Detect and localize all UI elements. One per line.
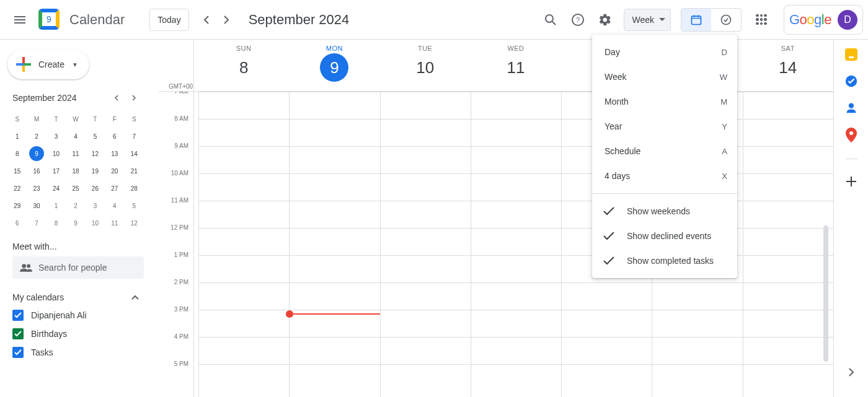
calendar-mode-button[interactable] (681, 9, 711, 31)
view-option[interactable]: MonthM (592, 89, 737, 114)
mini-day[interactable]: 9 (66, 214, 85, 232)
keep-button[interactable] (845, 48, 857, 61)
mini-day[interactable]: 23 (27, 180, 46, 197)
maps-button[interactable] (846, 128, 857, 142)
day-header[interactable]: TUE10 (380, 40, 471, 91)
day-header[interactable]: SUN8 (198, 40, 289, 91)
chevron-left-icon (203, 15, 210, 24)
mini-day[interactable]: 2 (27, 128, 46, 145)
mini-day[interactable]: 24 (46, 180, 66, 197)
mini-day[interactable]: 6 (7, 214, 27, 232)
mini-day[interactable]: 15 (7, 162, 27, 180)
calendar-item[interactable]: Tasks (12, 343, 139, 362)
mini-day[interactable]: 14 (125, 145, 144, 162)
scrollbar[interactable] (823, 225, 828, 362)
tasks-mode-button[interactable] (711, 9, 741, 31)
date-range-title[interactable]: September 2024 (249, 12, 350, 28)
day-of-week-label: WED (471, 45, 561, 52)
mini-day[interactable]: 8 (7, 145, 27, 162)
mini-prev-button[interactable] (109, 90, 124, 105)
mini-day[interactable]: 17 (46, 162, 66, 180)
hide-panel-button[interactable] (839, 360, 864, 385)
day-header[interactable]: SAT14 (743, 40, 833, 91)
calendar-item[interactable]: Dipanjenah Ali (12, 306, 139, 325)
mini-day[interactable]: 18 (66, 162, 85, 180)
main-menu-button[interactable] (5, 5, 35, 35)
contacts-button[interactable] (845, 102, 857, 114)
view-option[interactable]: YearY (592, 114, 737, 139)
day-column[interactable] (198, 92, 289, 397)
mini-calendar-grid: SMTWTFS123456789101112131415161718192021… (5, 110, 146, 232)
get-addons-button[interactable] (845, 175, 857, 188)
toggle-option[interactable]: Show weekends (592, 199, 737, 224)
create-button[interactable]: Create ▼ (7, 50, 89, 79)
support-button[interactable]: ? (565, 7, 590, 32)
mini-day[interactable]: 4 (66, 128, 85, 145)
mini-day[interactable]: 19 (86, 162, 105, 180)
day-column[interactable] (743, 92, 833, 397)
mini-day[interactable]: 29 (7, 197, 27, 214)
next-period-button[interactable] (216, 10, 236, 30)
mini-day[interactable]: 7 (125, 128, 144, 145)
caret-down-icon (659, 18, 665, 22)
mini-day[interactable]: 22 (7, 180, 27, 197)
mini-day[interactable]: 20 (105, 162, 124, 180)
mini-day[interactable]: 11 (105, 214, 124, 232)
mini-day[interactable]: 1 (7, 128, 27, 145)
mini-day[interactable]: 3 (46, 128, 66, 145)
mini-day[interactable]: 12 (125, 214, 144, 232)
tasks-icon (844, 74, 858, 88)
day-number: 9 (320, 53, 348, 82)
view-selector-button[interactable]: Week (624, 9, 671, 31)
mini-day[interactable]: 2 (66, 197, 85, 214)
mini-day[interactable]: 3 (86, 197, 105, 214)
mini-day[interactable]: 10 (46, 145, 66, 162)
google-apps-button[interactable] (749, 7, 774, 32)
mini-day[interactable]: 30 (27, 197, 46, 214)
view-option[interactable]: DayD (592, 40, 737, 64)
mini-day[interactable]: 26 (86, 180, 105, 197)
mini-day[interactable]: 16 (27, 162, 46, 180)
account-avatar[interactable]: D (838, 10, 857, 30)
day-header[interactable]: WED11 (471, 40, 561, 91)
mini-day[interactable]: 7 (27, 214, 46, 232)
my-calendars-header[interactable]: My calendars (5, 279, 146, 306)
search-button[interactable] (538, 7, 563, 32)
hour-label: 2 PM (159, 279, 193, 306)
view-option[interactable]: ScheduleA (592, 139, 737, 164)
mini-day[interactable]: 6 (105, 128, 124, 145)
people-search-input[interactable]: Search for people (12, 256, 144, 279)
view-option[interactable]: WeekW (592, 64, 737, 89)
day-of-week-label: SUN (198, 45, 289, 52)
mini-day[interactable]: 21 (125, 162, 144, 180)
day-column[interactable] (380, 92, 471, 397)
mini-day[interactable]: 1 (46, 197, 66, 214)
mini-day[interactable]: 8 (46, 214, 66, 232)
settings-button[interactable] (593, 7, 618, 32)
checkbox-icon (12, 347, 24, 358)
toggle-option[interactable]: Show declined events (592, 224, 737, 248)
mini-day[interactable]: 9 (27, 145, 46, 162)
mini-day[interactable]: 13 (105, 145, 124, 162)
tasks-button[interactable] (844, 74, 858, 88)
mini-calendar-title[interactable]: September 2024 (12, 93, 77, 103)
prev-period-button[interactable] (197, 10, 216, 30)
mini-day[interactable]: 5 (125, 197, 144, 214)
day-column[interactable] (289, 92, 379, 397)
day-header[interactable]: MON9 (289, 40, 379, 91)
mini-day[interactable]: 5 (86, 128, 105, 145)
mini-next-button[interactable] (126, 90, 141, 105)
mini-day[interactable]: 27 (105, 180, 124, 197)
day-column[interactable] (471, 92, 561, 397)
mini-day[interactable]: 10 (86, 214, 105, 232)
mini-day[interactable]: 28 (125, 180, 144, 197)
view-option-label: Week (604, 72, 627, 82)
calendar-item[interactable]: Birthdays (12, 325, 139, 343)
mini-day[interactable]: 4 (105, 197, 124, 214)
mini-day[interactable]: 25 (66, 180, 85, 197)
toggle-option[interactable]: Show completed tasks (592, 248, 737, 273)
mini-day[interactable]: 11 (66, 145, 85, 162)
mini-day[interactable]: 12 (86, 145, 105, 162)
view-option[interactable]: 4 daysX (592, 164, 737, 188)
today-button[interactable]: Today (149, 9, 188, 31)
